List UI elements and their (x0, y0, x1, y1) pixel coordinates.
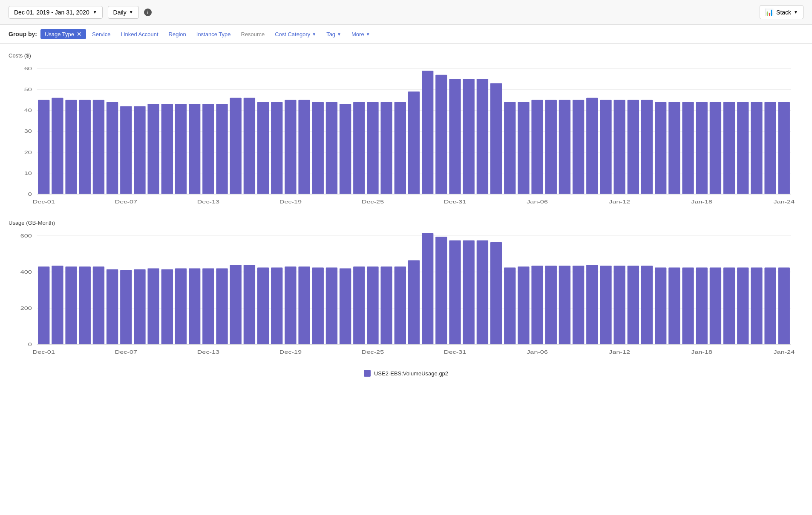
svg-rect-46 (477, 79, 488, 194)
top-bar: Dec 01, 2019 - Jan 31, 2020 ▼ Daily ▼ i … (0, 0, 812, 25)
svg-rect-112 (367, 266, 378, 344)
svg-rect-130 (613, 266, 625, 344)
sidebar-item-more[interactable]: More ▼ (347, 29, 374, 39)
svg-rect-25 (189, 104, 200, 194)
svg-text:400: 400 (20, 269, 32, 275)
granularity-button[interactable]: Daily ▼ (108, 6, 139, 19)
svg-rect-40 (394, 102, 406, 194)
svg-text:40: 40 (24, 108, 32, 113)
granularity-label: Daily (113, 9, 127, 16)
svg-rect-95 (134, 269, 145, 344)
svg-rect-140 (751, 267, 762, 344)
svg-text:200: 200 (20, 306, 32, 311)
info-icon[interactable]: i (144, 9, 152, 16)
svg-rect-135 (682, 267, 694, 344)
more-caret: ▼ (366, 32, 370, 37)
svg-rect-133 (655, 267, 666, 344)
svg-rect-99 (189, 269, 200, 345)
costs-chart-title: Costs ($) (9, 52, 803, 59)
svg-rect-18 (93, 100, 104, 194)
svg-text:0: 0 (28, 342, 32, 347)
svg-rect-59 (655, 102, 666, 194)
svg-rect-37 (353, 102, 365, 194)
svg-rect-19 (107, 102, 118, 194)
svg-rect-29 (244, 98, 255, 194)
svg-rect-92 (93, 266, 104, 344)
svg-rect-14 (38, 100, 49, 194)
svg-rect-94 (120, 270, 132, 344)
sidebar-item-resource[interactable]: Resource (237, 29, 269, 39)
svg-text:Jan-12: Jan-12 (609, 199, 630, 205)
svg-rect-131 (628, 266, 639, 344)
svg-rect-126 (559, 266, 570, 344)
svg-text:Jan-12: Jan-12 (609, 349, 630, 355)
svg-text:Jan-18: Jan-18 (691, 349, 712, 355)
svg-rect-113 (380, 266, 392, 344)
sidebar-item-service[interactable]: Service (88, 29, 115, 39)
svg-rect-101 (216, 269, 227, 345)
svg-rect-104 (257, 267, 269, 344)
svg-text:0: 0 (28, 192, 32, 197)
svg-rect-62 (696, 102, 708, 194)
svg-rect-39 (380, 102, 392, 194)
svg-rect-117 (435, 237, 447, 344)
svg-text:Jan-24: Jan-24 (773, 349, 795, 355)
svg-rect-15 (52, 98, 63, 194)
svg-rect-53 (573, 100, 584, 194)
date-range-chevron: ▼ (93, 10, 97, 14)
svg-rect-41 (408, 92, 420, 194)
group-by-active-tag[interactable]: Usage Type ✕ (40, 29, 86, 39)
svg-rect-66 (751, 102, 762, 194)
charts-container: Costs ($) 0102030405060Dec-01Dec-07Dec-1… (0, 44, 812, 385)
svg-rect-119 (463, 240, 475, 344)
svg-rect-47 (490, 83, 502, 194)
svg-rect-61 (682, 102, 694, 194)
sidebar-item-cost-category[interactable]: Cost Category ▼ (271, 29, 320, 39)
sidebar-item-instance-type[interactable]: Instance Type (192, 29, 235, 39)
svg-rect-33 (298, 100, 310, 194)
svg-rect-52 (559, 100, 570, 194)
svg-rect-27 (216, 104, 227, 194)
svg-rect-16 (65, 100, 77, 194)
svg-rect-127 (573, 266, 584, 344)
svg-rect-138 (723, 267, 735, 344)
sidebar-item-tag[interactable]: Tag ▼ (322, 29, 346, 39)
svg-rect-24 (175, 104, 187, 194)
svg-rect-109 (326, 267, 337, 344)
group-by-bar: Group by: Usage Type ✕ Service Linked Ac… (0, 25, 812, 44)
svg-text:Dec-07: Dec-07 (115, 349, 138, 355)
svg-rect-36 (340, 104, 351, 194)
svg-rect-30 (257, 102, 269, 194)
svg-text:Dec-13: Dec-13 (197, 199, 220, 205)
svg-text:Dec-01: Dec-01 (33, 199, 55, 205)
stack-button[interactable]: 📊 Stack ▼ (760, 5, 803, 19)
stack-chevron: ▼ (794, 10, 798, 14)
svg-rect-134 (668, 267, 680, 344)
sidebar-item-region[interactable]: Region (164, 29, 190, 39)
svg-text:Dec-19: Dec-19 (279, 199, 302, 205)
legend-swatch (364, 370, 371, 377)
svg-rect-50 (531, 100, 543, 194)
granularity-chevron: ▼ (129, 10, 133, 14)
svg-text:Dec-13: Dec-13 (197, 349, 220, 355)
svg-rect-118 (449, 240, 461, 344)
svg-text:Jan-24: Jan-24 (773, 199, 795, 205)
svg-rect-51 (545, 100, 557, 194)
date-range-button[interactable]: Dec 01, 2019 - Jan 31, 2020 ▼ (9, 6, 103, 19)
svg-rect-65 (737, 102, 749, 194)
svg-text:Dec-19: Dec-19 (279, 349, 302, 355)
svg-rect-67 (764, 102, 776, 194)
svg-text:50: 50 (24, 87, 32, 92)
svg-rect-91 (79, 266, 91, 344)
svg-rect-96 (147, 269, 159, 345)
svg-rect-89 (52, 266, 63, 344)
svg-rect-68 (778, 102, 790, 194)
sidebar-item-linked-account[interactable]: Linked Account (116, 29, 162, 39)
svg-text:Jan-06: Jan-06 (527, 199, 548, 205)
close-icon[interactable]: ✕ (77, 31, 82, 37)
svg-rect-121 (490, 242, 502, 344)
svg-text:Jan-06: Jan-06 (527, 349, 548, 355)
costs-chart-section: Costs ($) 0102030405060Dec-01Dec-07Dec-1… (9, 52, 803, 207)
svg-rect-34 (312, 102, 324, 194)
svg-rect-90 (65, 266, 77, 344)
